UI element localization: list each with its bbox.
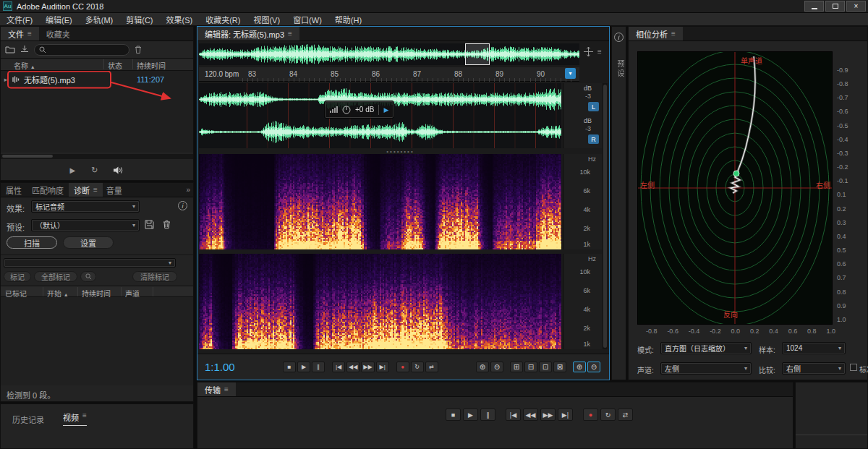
overview-menu-icon[interactable]: ≡ (597, 48, 602, 56)
close-button[interactable]: × (846, 1, 866, 12)
skip-to-end-button[interactable]: ▶| (558, 409, 573, 421)
rewind-button[interactable]: ◀◀ (523, 409, 538, 421)
tab-properties[interactable]: 属性 (1, 183, 27, 197)
panel-menu-icon[interactable]: ≡ (82, 411, 87, 423)
stop-button[interactable]: ■ (446, 409, 461, 421)
menu-item[interactable]: 窗口(W) (286, 14, 328, 25)
time-display[interactable]: 1:1.00 (205, 361, 235, 373)
horizontal-scrollbar[interactable] (1, 154, 193, 159)
speaker-icon[interactable] (114, 166, 124, 174)
pause-button[interactable]: ∥ (312, 362, 325, 372)
zoom-h-out-button[interactable]: ⊠ (553, 362, 566, 372)
zoom-v-in-button[interactable]: ⊕ (573, 362, 586, 372)
pause-button[interactable]: ∥ (480, 409, 495, 421)
maximize-button[interactable] (825, 1, 845, 12)
channel-select[interactable]: 左侧 ▾ (660, 362, 752, 375)
tab-amplitude[interactable]: 音量 (103, 183, 126, 197)
mark-all-button[interactable]: 全部标记 (34, 271, 77, 282)
preview-play-button[interactable]: ▶ (70, 166, 76, 174)
tab-video[interactable]: 视频 ≡ (63, 411, 87, 426)
left-channel-button[interactable]: L (588, 102, 599, 111)
delete-preset-icon[interactable] (163, 220, 171, 228)
panel-menu-icon[interactable]: ≡ (27, 30, 32, 38)
overview-selection[interactable] (465, 43, 490, 65)
minimize-button[interactable] (804, 1, 824, 12)
spectral-display-right[interactable] (199, 254, 561, 349)
menu-item[interactable]: 剪辑(C) (119, 14, 159, 25)
skip-to-start-button[interactable]: |◀ (506, 409, 521, 421)
zoom-all-button[interactable]: ⊟ (524, 362, 537, 372)
column-status[interactable]: 状态 (108, 60, 122, 71)
tab-phase-analysis[interactable]: 相位分析 ≡ (629, 27, 683, 40)
panel-menu-icon[interactable]: ≡ (671, 30, 676, 38)
mode-select[interactable]: 直方图（日志缩放） ▾ (660, 342, 752, 354)
overview-waveform[interactable] (199, 43, 579, 65)
tab-diagnostics[interactable]: 诊断 ≡ (69, 183, 103, 197)
phase-scope[interactable]: 单声道 左侧 右侧 反向 (637, 51, 833, 325)
scan-button[interactable]: 扫描 (7, 236, 57, 249)
save-preset-icon[interactable] (145, 220, 154, 229)
menu-item[interactable]: 编辑(E) (39, 14, 79, 25)
fast-forward-button[interactable]: ▶▶ (540, 409, 556, 421)
view-splitter[interactable]: •••••••• (199, 148, 602, 154)
column-duration[interactable]: 持续时间 (137, 60, 166, 71)
gain-hud[interactable]: +0 dB ▶ (324, 101, 394, 119)
marker-flag-icon[interactable]: ▾ (565, 68, 576, 79)
mark-button[interactable]: 标记 (4, 271, 31, 282)
menu-item[interactable]: 多轨(M) (79, 14, 120, 25)
results-filter-select[interactable]: ▾ (4, 258, 176, 268)
tab-editor[interactable]: 编辑器: 无标题(5).mp3 ≡ (197, 27, 299, 40)
column-name[interactable]: 名称 ▲ (14, 60, 35, 71)
open-folder-icon[interactable] (5, 46, 15, 54)
swap-button[interactable]: ⇄ (618, 409, 633, 421)
menu-item[interactable]: 效果(S) (160, 14, 200, 25)
timeline-ruler[interactable]: 120.0 bpm 8384858687888990 (199, 67, 579, 82)
find-markers-button[interactable] (80, 271, 96, 282)
zoom-v-out-button[interactable]: ⊖ (587, 362, 600, 372)
panel-menu-icon[interactable]: ≡ (93, 186, 98, 194)
skip-to-end-button[interactable]: ▶| (376, 362, 389, 372)
diagnostics-results-list[interactable] (1, 297, 193, 385)
tab-history[interactable]: 历史记录 (12, 411, 44, 427)
gain-knob-icon[interactable] (342, 106, 351, 114)
right-channel-button[interactable]: R (588, 134, 599, 144)
rewind-button[interactable]: ◀◀ (346, 362, 359, 372)
loop-button[interactable]: ↻ (600, 409, 616, 421)
tab-files[interactable]: 文件 ≡ (1, 27, 39, 40)
menu-item[interactable]: 视图(V) (247, 14, 286, 25)
collapsed-panel-label[interactable]: 预设 (615, 60, 626, 79)
tab-favorites[interactable]: 收藏夹 (39, 27, 77, 40)
menu-item[interactable]: 帮助(H) (328, 14, 368, 25)
search-box[interactable] (34, 44, 129, 56)
info-icon[interactable] (614, 33, 624, 42)
play-button[interactable]: ▶ (463, 409, 478, 421)
menu-item[interactable]: 收藏夹(R) (199, 14, 247, 25)
menu-item[interactable]: 文件(F) (0, 14, 39, 25)
zoom-selection-button[interactable]: ⊞ (510, 362, 523, 372)
skip-to-start-button[interactable]: |◀ (332, 362, 345, 372)
settings-button[interactable]: 设置 (63, 236, 114, 249)
info-icon[interactable] (178, 201, 187, 210)
pan-tool-icon[interactable] (584, 47, 593, 56)
vertical-scrollbar[interactable] (603, 83, 608, 349)
preview-loop-button[interactable]: ↻ (91, 166, 98, 175)
record-button[interactable]: ● (396, 362, 409, 372)
panel-menu-icon[interactable]: ≡ (224, 385, 229, 393)
clear-markers-button[interactable]: 清除标记 (132, 271, 177, 282)
collapsed-panel-strip[interactable]: 预设 (611, 26, 626, 380)
loop-button[interactable]: ↻ (411, 362, 424, 372)
preset-select[interactable]: （默认） ▾ (31, 219, 140, 231)
spectral-display-left[interactable] (199, 154, 561, 249)
tab-transport[interactable]: 传输 ≡ (197, 382, 236, 396)
play-button[interactable]: ▶ (297, 362, 310, 372)
fast-forward-button[interactable]: ▶▶ (361, 362, 374, 372)
swap-button[interactable]: ⇄ (425, 362, 438, 372)
tab-match-loudness[interactable]: 匹配响度 (27, 183, 69, 197)
record-button[interactable]: ● (583, 409, 598, 421)
tab-overflow-icon[interactable]: » (186, 186, 190, 194)
samples-select[interactable]: 1024 ▾ (782, 342, 846, 354)
panel-menu-icon[interactable]: ≡ (288, 30, 292, 38)
scrub-icon[interactable]: ▶ (383, 106, 388, 114)
import-file-icon[interactable] (20, 46, 29, 54)
compare-select[interactable]: 右侧 ▾ (782, 362, 846, 375)
